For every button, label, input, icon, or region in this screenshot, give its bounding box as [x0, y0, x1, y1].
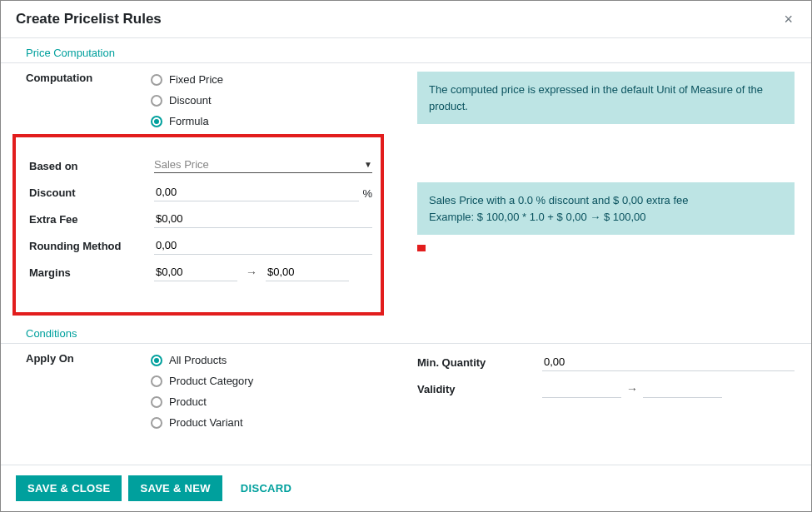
input-validity-to[interactable] — [643, 380, 722, 398]
radio-icon — [151, 355, 162, 366]
input-min-quantity[interactable] — [542, 353, 795, 371]
radio-icon — [151, 95, 162, 107]
label-extra-fee: Extra Fee — [29, 213, 154, 226]
radio-discount[interactable]: Discount — [151, 94, 384, 107]
save-new-button[interactable]: SAVE & NEW — [128, 475, 222, 501]
radio-icon — [151, 417, 162, 429]
radio-fixed-price[interactable]: Fixed Price — [151, 73, 384, 86]
save-close-button[interactable]: SAVE & CLOSE — [16, 475, 122, 501]
radio-all-products[interactable]: All Products — [151, 354, 384, 366]
radio-product-variant[interactable]: Product Variant — [151, 416, 384, 429]
label-min-quantity: Min. Quantity — [417, 356, 542, 369]
radio-label-product: Product — [169, 395, 207, 408]
input-rounding-method[interactable] — [154, 236, 372, 255]
radio-icon — [151, 375, 162, 387]
radio-label-discount: Discount — [169, 94, 212, 107]
radio-label-fixed-price: Fixed Price — [169, 73, 223, 86]
modal-body[interactable]: Price Computation Computation Fixed Pric… — [1, 38, 811, 465]
modal-create-pricelist-rules: Create Pricelist Rules × Price Computati… — [0, 0, 812, 512]
info-formula-line1: Sales Price with a 0.0 % discount and $ … — [429, 192, 783, 209]
section-price-computation: Price Computation — [1, 42, 811, 63]
red-square-marker — [417, 245, 426, 251]
radio-formula[interactable]: Formula — [151, 115, 384, 127]
radio-label-formula: Formula — [169, 115, 209, 127]
input-validity-from[interactable] — [542, 380, 621, 398]
select-based-on-value: Sales Price — [154, 158, 364, 171]
arrow-right-icon: → — [626, 382, 638, 395]
radio-label-all-products: All Products — [169, 354, 227, 366]
discard-button[interactable]: DISCARD — [229, 475, 303, 501]
input-discount[interactable] — [154, 183, 359, 201]
radio-product[interactable]: Product — [151, 395, 384, 408]
modal-header: Create Pricelist Rules × — [1, 1, 811, 38]
label-apply-on: Apply On — [26, 352, 151, 365]
radio-icon — [151, 116, 162, 127]
label-computation: Computation — [26, 72, 151, 84]
modal-footer: SAVE & CLOSE SAVE & NEW DISCARD — [1, 465, 811, 511]
label-rounding-method: Rounding Method — [29, 240, 154, 252]
radio-label-product-variant: Product Variant — [169, 416, 243, 429]
radio-label-product-category: Product Category — [169, 375, 253, 387]
info-formula-line2: Example: $ 100,00 * 1.0 + $ 0,00 → $ 100… — [429, 209, 783, 226]
radio-product-category[interactable]: Product Category — [151, 375, 384, 387]
select-based-on[interactable]: Sales Price ▼ — [154, 158, 372, 173]
highlight-box: Based on Sales Price ▼ Discount — [12, 134, 384, 316]
label-discount: Discount — [29, 186, 154, 199]
input-extra-fee[interactable] — [154, 210, 372, 228]
radio-icon — [151, 74, 162, 86]
percent-symbol: % — [362, 187, 372, 201]
input-margin-min[interactable] — [154, 263, 237, 281]
close-icon[interactable]: × — [780, 12, 796, 27]
label-based-on: Based on — [29, 160, 154, 172]
modal-title: Create Pricelist Rules — [16, 11, 162, 27]
label-validity: Validity — [417, 383, 542, 395]
radio-icon — [151, 396, 162, 408]
label-margins: Margins — [29, 266, 154, 279]
chevron-down-icon: ▼ — [364, 160, 372, 169]
info-uom: The computed price is expressed in the d… — [417, 72, 795, 124]
input-margin-max[interactable] — [266, 263, 349, 281]
section-conditions: Conditions — [1, 322, 811, 344]
arrow-right-icon: → — [246, 266, 257, 279]
info-formula: Sales Price with a 0.0 % discount and $ … — [417, 182, 795, 235]
